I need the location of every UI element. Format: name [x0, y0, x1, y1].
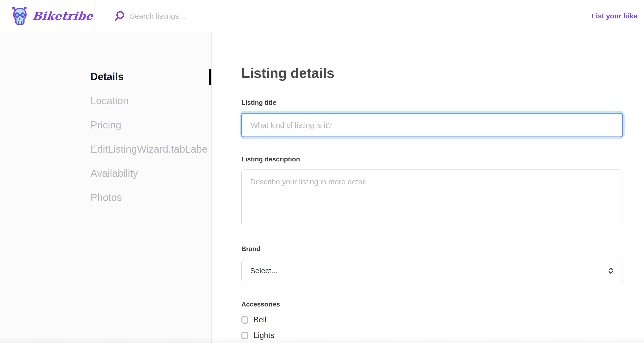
tab-details[interactable]: Details [90, 71, 211, 83]
listing-description-textarea[interactable] [241, 169, 623, 226]
topbar: Biketribe List your bike [0, 0, 644, 32]
content-row: Details Location Pricing EditListingWiza… [0, 32, 644, 343]
list-your-bike-link[interactable]: List your bike [592, 12, 637, 20]
brand-select[interactable]: Select... [241, 259, 623, 282]
accessory-option-bell[interactable]: Bell [241, 315, 623, 325]
topbar-actions: List your bike [592, 0, 644, 32]
listing-details-panel: Listing details Listing title Listing de… [212, 32, 644, 343]
search-icon [114, 11, 125, 22]
lights-checkbox[interactable] [241, 332, 248, 339]
bell-checkbox[interactable] [241, 316, 248, 324]
tab-photos[interactable]: Photos [90, 191, 211, 203]
accessories-label: Accessories [241, 300, 623, 308]
tab-location[interactable]: Location [90, 95, 211, 107]
search-bar [94, 0, 592, 32]
accessories-group: Accessories Bell Lights [241, 300, 623, 341]
tab-availability[interactable]: Availability [90, 167, 211, 179]
page-title: Listing details [241, 65, 623, 81]
listing-title-label: Listing title [241, 98, 623, 107]
wizard-tab-list: Details Location Pricing EditListingWiza… [0, 32, 211, 203]
brand-label: Brand [241, 245, 623, 253]
skull-icon [11, 6, 29, 26]
lights-checkbox-label[interactable]: Lights [253, 330, 274, 341]
tab-pricing[interactable]: Pricing [90, 119, 211, 131]
listing-title-group: Listing title [241, 98, 623, 137]
brand-select-value: Select... [250, 266, 277, 275]
accessory-option-lights[interactable]: Lights [241, 330, 623, 341]
tab-editlistingwizard-tablabel[interactable]: EditListingWizard.tabLabe [90, 143, 211, 155]
search-input[interactable] [130, 12, 357, 20]
wizard-sidebar: Details Location Pricing EditListingWiza… [0, 32, 212, 343]
listing-title-input[interactable] [241, 113, 623, 137]
brand-wordmark: Biketribe [32, 10, 94, 22]
active-tab-indicator [209, 69, 211, 85]
chevrons-updown-icon [606, 266, 615, 275]
listing-description-group: Listing description [241, 155, 623, 227]
bell-checkbox-label[interactable]: Bell [253, 315, 267, 325]
brand-group: Brand Select... [241, 245, 623, 282]
logo[interactable]: Biketribe [0, 0, 94, 32]
listing-description-label: Listing description [241, 155, 623, 163]
